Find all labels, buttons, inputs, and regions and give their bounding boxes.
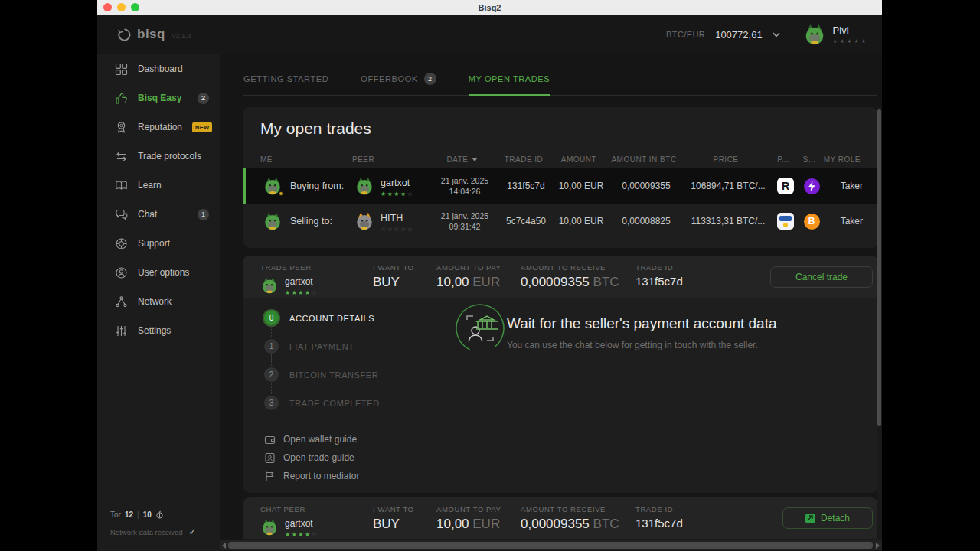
scroll-right-arrow-icon[interactable] <box>874 540 882 550</box>
offerbook-badge: 2 <box>424 73 436 85</box>
trade-time: 09:31:42 <box>431 221 498 232</box>
column-price[interactable]: PRICE <box>681 155 770 164</box>
peer-name: gartxot <box>381 178 410 188</box>
tab-offerbook[interactable]: OFFERBOOK 2 <box>361 72 436 95</box>
open-wallet-guide-link[interactable]: Open wallet guide <box>264 430 359 448</box>
life-ring-icon <box>115 237 128 250</box>
horizontal-scrollbar-thumb[interactable] <box>228 542 873 549</box>
link-label: Open wallet guide <box>283 434 357 445</box>
chat-summary-strip: CHAT PEER gartxot ★★★★☆ I WANT TO BUY AM… <box>243 497 877 540</box>
sidebar-item-trade-protocols[interactable]: Trade protocols <box>97 142 220 171</box>
vertical-scrollbar[interactable] <box>877 107 882 540</box>
amount-to-pay-label: AMOUNT TO PAY <box>436 263 501 272</box>
column-date[interactable]: DATE <box>429 155 496 164</box>
vertical-scrollbar-thumb[interactable] <box>877 109 881 426</box>
receive-amount: 0,00009355 <box>521 275 590 289</box>
link-label: Open trade guide <box>283 452 354 463</box>
step-number: 1 <box>264 339 279 354</box>
amount-to-receive-label: AMOUNT TO RECEIVE <box>521 505 606 514</box>
window-title: Bisq2 <box>97 3 882 12</box>
column-trade-id[interactable]: TRADE ID <box>496 155 551 164</box>
tor-onion-icon <box>155 510 164 519</box>
tab-label: OFFERBOOK <box>361 74 417 83</box>
tab-getting-started[interactable]: GETTING STARTED <box>243 72 328 95</box>
link-label: Report to mediator <box>283 471 359 481</box>
network-status-footer: Tor 12 | 10 Network data received ✓ <box>110 510 210 537</box>
step-account-details: 0 ACCOUNT DETAILS <box>264 311 380 325</box>
column-my-role[interactable]: MY ROLE <box>822 155 861 164</box>
cancel-trade-button[interactable]: Cancel trade <box>770 266 873 288</box>
sidebar-item-label: Trade protocols <box>138 151 209 161</box>
sidebar-item-bisq-easy[interactable]: Bisq Easy 2 <box>97 83 220 112</box>
column-amount-btc[interactable]: AMOUNT IN BTC <box>606 155 681 164</box>
column-payment[interactable]: P... <box>770 155 796 164</box>
market-pair-label: BTC/EUR <box>666 30 705 39</box>
status-message-subtitle: You can use the chat below for getting i… <box>507 340 758 350</box>
detach-chat-button[interactable]: Detach <box>782 507 873 529</box>
i-want-to-label: I WANT TO <box>373 263 414 272</box>
bisq-app: bisq v2.1.3 BTC/EUR 100772,61 <box>97 15 882 551</box>
peer-name: gartxot <box>285 276 313 287</box>
tab-label: MY OPEN TRADES <box>469 74 550 83</box>
sidebar: Dashboard Bisq Easy 2 Reputation <box>97 54 220 551</box>
reputation-new-badge: NEW <box>192 122 212 132</box>
user-profile-button[interactable]: Pivi ★★★★★ <box>803 23 868 46</box>
trade-row-5c7c4a50[interactable]: Selling to: HITH ☆☆☆☆☆ 21 janv. 2025 <box>243 204 877 239</box>
sidebar-item-chat[interactable]: Chat 1 <box>97 200 220 229</box>
peer-reputation-stars: ★★★★☆ <box>285 532 318 538</box>
market-price-selector[interactable]: BTC/EUR 100772,61 <box>666 29 780 41</box>
guide-links: Open wallet guide Open trade guide <box>264 430 359 485</box>
chevron-down-icon <box>773 32 780 37</box>
step-number: 2 <box>264 367 279 382</box>
report-to-mediator-link[interactable]: Report to mediator <box>264 467 359 485</box>
sidebar-item-label: Settings <box>138 325 209 336</box>
tab-label: GETTING STARTED <box>243 74 328 83</box>
my-role: Taker <box>825 181 863 191</box>
sidebar-item-settings[interactable]: Settings <box>97 316 220 345</box>
step-bitcoin-transfer: 2 BITCOIN TRANSFER <box>264 367 380 382</box>
trade-id: 5c7c4a50 <box>498 216 554 227</box>
trade-chat-card: CHAT PEER gartxot ★★★★☆ I WANT TO BUY AM… <box>243 497 877 540</box>
sidebar-item-reputation[interactable]: Reputation NEW <box>97 112 220 142</box>
flag-icon <box>264 471 276 482</box>
network-icon <box>115 295 128 308</box>
trade-date: 21 janv. 2025 <box>431 175 498 186</box>
detach-icon <box>805 514 815 523</box>
sidebar-item-support[interactable]: Support <box>97 229 220 258</box>
sidebar-item-network[interactable]: Network <box>97 287 220 316</box>
wallet-icon <box>264 434 276 445</box>
sidebar-item-user-options[interactable]: User options <box>97 258 220 287</box>
column-me[interactable]: ME <box>260 155 352 164</box>
market-price-value: 100772,61 <box>715 29 762 41</box>
trade-row-131f5c7d[interactable]: Buying from: gartxot ★★★★☆ 21 janv. 2025 <box>243 168 877 204</box>
top-bar: bisq v2.1.3 BTC/EUR 100772,61 <box>97 15 882 54</box>
scroll-left-arrow-icon[interactable] <box>220 540 228 550</box>
sidebar-item-label: Bisq Easy <box>138 93 188 103</box>
check-icon: ✓ <box>189 527 196 537</box>
sidebar-item-learn[interactable]: Learn <box>97 171 220 200</box>
column-amount[interactable]: AMOUNT <box>551 155 606 164</box>
minimize-window-button[interactable] <box>117 3 126 11</box>
network-status-text: Network data received <box>110 528 183 536</box>
trade-amount: 10,00 EUR <box>554 216 609 227</box>
trade-price: 106894,71 BTC/... <box>684 181 773 191</box>
trade-summary-strip: TRADE PEER gartxot ★★★★☆ I WANT TO BUY A… <box>243 256 877 298</box>
trade-id-label: TRADE ID <box>635 505 673 514</box>
dashboard-icon <box>115 63 128 76</box>
amount-to-pay-label: AMOUNT TO PAY <box>436 505 501 514</box>
column-settlement[interactable]: S... <box>796 155 822 164</box>
trade-amount-btc: 0,00008825 <box>609 216 684 227</box>
zoom-window-button[interactable] <box>131 3 139 11</box>
close-window-button[interactable] <box>103 3 112 11</box>
my-open-trades-card: My open trades ME PEER DATE TRADE ID AMO… <box>243 107 877 248</box>
chat-peer-label: CHAT PEER <box>260 505 305 514</box>
open-trade-guide-link[interactable]: Open trade guide <box>264 448 359 467</box>
horizontal-scrollbar[interactable] <box>220 540 882 550</box>
sidebar-item-dashboard[interactable]: Dashboard <box>97 54 220 83</box>
column-peer[interactable]: PEER <box>352 155 429 164</box>
trade-direction-value: BUY <box>373 275 400 290</box>
sidebar-item-label: User options <box>138 267 209 278</box>
user-icon <box>115 266 128 279</box>
tab-my-open-trades[interactable]: MY OPEN TRADES <box>469 72 550 95</box>
tor-connections: 12 <box>125 510 133 519</box>
